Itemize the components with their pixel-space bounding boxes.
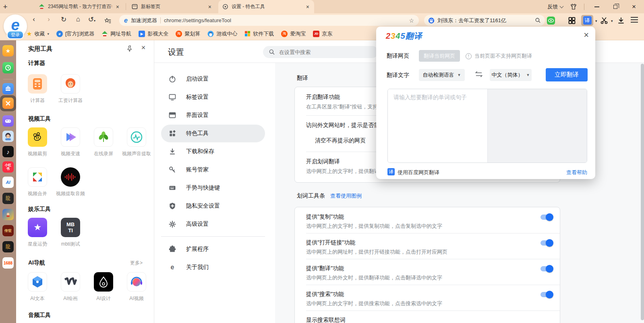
sidebar-toolbox-icon[interactable]: [2, 83, 14, 94]
bookmark-item[interactable]: 网址导航: [101, 30, 131, 38]
tab-close-icon[interactable]: ×: [115, 4, 120, 10]
settings-menu-accounts[interactable]: 账号管家: [161, 161, 265, 179]
restore-button[interactable]: [609, 2, 621, 12]
sidebar-history-clock-icon[interactable]: [2, 62, 14, 73]
settings-menu-privacy[interactable]: 隐私安全设置: [161, 197, 265, 215]
sidebar-game-chuanshi-icon[interactable]: 传世: [2, 225, 14, 236]
minimize-button[interactable]: [591, 2, 603, 12]
tool-item-ai-video[interactable]: AI视频: [120, 272, 153, 302]
sidebar-ai-icon[interactable]: AI: [2, 177, 14, 188]
sidebar-favorites-icon[interactable]: ★: [2, 45, 14, 56]
pin-icon[interactable]: [125, 44, 135, 53]
settings-menu-interface[interactable]: 界面设置: [161, 106, 265, 124]
toggle-copy[interactable]: [540, 215, 553, 220]
settings-menu-gestures[interactable]: 手势与快捷键: [161, 179, 265, 197]
tool-item-calculator[interactable]: 计算器: [21, 74, 54, 104]
close-window-button[interactable]: ×: [628, 2, 640, 12]
sidebar-game-legend-icon[interactable]: [2, 209, 14, 220]
bookmark-item[interactable]: 淘 爱淘宝: [281, 30, 306, 38]
tool-item-ai-design[interactable]: AI设计: [87, 272, 120, 302]
bookmark-item[interactable]: ▶ 影视大全: [139, 30, 168, 38]
sidebar-game-long-icon[interactable]: 龍: [2, 193, 14, 204]
target-language-select[interactable]: 中文（简体）▼: [490, 69, 532, 81]
clear-no-prompt-button[interactable]: 清空不再提示的网页: [315, 137, 366, 144]
sidebar-1688-icon[interactable]: 1688: [2, 257, 14, 269]
screenshot-scissors-icon[interactable]: [599, 16, 609, 25]
login-badge[interactable]: 登录: [7, 31, 24, 39]
bookmark-manager-icon[interactable]: [103, 16, 113, 26]
sidebar-games-icon[interactable]: [2, 115, 14, 127]
browser-logo[interactable]: e 登录: [4, 15, 27, 38]
toggle-open-link[interactable]: [540, 240, 553, 246]
favorites-menu[interactable]: ★ 收藏 ▾: [27, 30, 49, 38]
search-box[interactable]: 刘强东：去年工资发了1161亿: [424, 15, 545, 26]
translate-now-button[interactable]: 立即翻译: [546, 68, 588, 81]
settings-search-input[interactable]: [279, 49, 360, 55]
bookmark-star-icon[interactable]: ☆: [409, 17, 414, 24]
sidebar-assistant-avatar[interactable]: [2, 131, 14, 142]
translate-input[interactable]: [388, 89, 487, 163]
screenshot-caret-icon[interactable]: ▾: [611, 19, 613, 23]
eye-protection-icon[interactable]: [546, 16, 556, 25]
bookmark-item[interactable]: JD 京东: [313, 30, 332, 38]
bookmark-item[interactable]: 淘 聚划算: [176, 30, 200, 38]
url-text[interactable]: chrome://settings/featureTool: [164, 17, 406, 23]
toggle-search[interactable]: [540, 292, 553, 297]
settings-menu-about[interactable]: e 关于我们: [161, 258, 265, 276]
tool-item-salary-calculator[interactable]: 工资计算器: [54, 74, 87, 104]
more-link[interactable]: 更多>: [130, 260, 143, 267]
settings-menu-startup[interactable]: 启动设置: [161, 70, 265, 88]
home-icon[interactable]: ⌂: [73, 15, 83, 23]
source-language-select[interactable]: 自动检测语言▼: [419, 69, 465, 81]
tab-close-icon[interactable]: ×: [305, 4, 310, 10]
toggle-translate[interactable]: [540, 266, 553, 271]
tool-item-mbti[interactable]: MB TI mbti测试: [54, 218, 87, 248]
back-icon[interactable]: ‹: [29, 15, 39, 23]
translate-current-page-button[interactable]: 翻译当前网页: [419, 50, 460, 62]
apps-grid-icon[interactable]: [567, 16, 577, 25]
sidebar-utility-tools-selected[interactable]: [0, 95, 16, 111]
settings-search-box[interactable]: [263, 46, 378, 58]
tool-item-screen-record[interactable]: 在线录屏: [87, 127, 120, 157]
sidebar-xiaohongshu-icon[interactable]: 小红书: [2, 161, 14, 173]
tool-item-video-speed[interactable]: 视频变速: [54, 127, 87, 157]
skin-theme-icon[interactable]: [569, 3, 578, 11]
tool-item-ai-paint[interactable]: AI绘画: [54, 272, 87, 302]
translate-caret-icon[interactable]: ▾: [595, 19, 597, 23]
download-icon[interactable]: [616, 16, 626, 25]
sidebar-douyin-icon[interactable]: ♪: [2, 146, 14, 157]
search-hotword[interactable]: 刘强东：去年工资发了1161亿: [437, 17, 532, 24]
help-link[interactable]: 查看帮助: [566, 169, 587, 176]
tab-newtab[interactable]: 新标签页 ×: [128, 0, 216, 13]
undo-icon[interactable]: ↺▾: [87, 15, 97, 24]
settings-menu-tabs[interactable]: 标签设置: [161, 88, 265, 106]
bookmark-item[interactable]: e [官方]浏览器: [56, 30, 94, 38]
reload-icon[interactable]: ↻: [59, 15, 68, 24]
bookmark-item[interactable]: 游戏中心: [207, 30, 237, 38]
tool-item-ai-text[interactable]: AI文本: [21, 272, 54, 302]
close-popup-icon[interactable]: ×: [584, 30, 589, 40]
settings-menu-extensions[interactable]: 扩展程序: [161, 240, 265, 258]
tool-item-video-merge[interactable]: 视频合并: [21, 167, 54, 197]
bookmark-item[interactable]: 软件下载: [244, 30, 274, 38]
search-icon[interactable]: [535, 17, 541, 23]
tab-settings[interactable]: 设置 - 特色工具 ×: [218, 0, 314, 13]
swap-languages-icon[interactable]: [475, 71, 482, 79]
feedback-button[interactable]: 反馈: [547, 3, 563, 10]
tool-item-video-sound-extract[interactable]: 视频声音提取: [120, 127, 153, 157]
close-panel-icon[interactable]: ×: [139, 43, 148, 52]
tab-2345-nav[interactable]: 2345网址导航 - 致力于打造百年 ×: [35, 0, 124, 13]
forward-icon[interactable]: ›: [44, 15, 54, 23]
tool-item-horoscope[interactable]: ★ 星座运势: [21, 218, 54, 248]
tab-close-icon[interactable]: ×: [207, 4, 212, 10]
settings-menu-advanced[interactable]: 高级设置: [161, 215, 265, 233]
tool-item-video-audio-extract[interactable]: 视频提取音频: [54, 167, 87, 197]
main-menu-icon[interactable]: [631, 17, 638, 24]
scrollbar-thumb[interactable]: [641, 64, 644, 320]
settings-menu-downloads[interactable]: 下载和保存: [161, 143, 265, 160]
usage-legend-link[interactable]: 查看使用图例: [330, 192, 362, 200]
tool-item-video-cut[interactable]: 视频裁剪: [21, 127, 54, 157]
settings-menu-feature-tools[interactable]: 特色工具: [161, 125, 265, 142]
url-box[interactable]: e 加速浏览器 chrome://settings/featureTool ☆: [119, 15, 419, 26]
sidebar-game-long2-icon[interactable]: 龍: [2, 241, 14, 252]
